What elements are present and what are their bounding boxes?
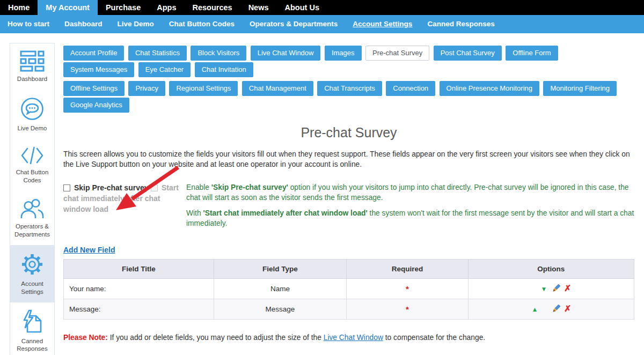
info-paragraph-skip: Enable 'Skip Pre-chat survey' option if … [186,182,634,203]
sidebar-item-label: Operators & Departments [12,223,53,239]
sidebar-item-label: Account Settings [12,280,53,296]
tab-privacy[interactable]: Privacy [128,81,165,96]
sub-nav-canned-responses[interactable]: Canned Responses [420,15,502,33]
info-column: Enable 'Skip Pre-chat survey' option if … [186,182,634,228]
tab-eye-catcher[interactable]: Eye Catcher [138,62,191,77]
tab-block-visitors[interactable]: Block Visitors [191,46,246,61]
table-header-row: Field Title Field Type Required Options [64,260,634,279]
tab-live-chat-window[interactable]: Live Chat Window [251,46,321,61]
top-nav-my-account[interactable]: My Account [38,0,98,15]
main-content: Account Profile Chat Statistics Block Vi… [63,46,634,343]
tab-account-profile[interactable]: Account Profile [63,46,124,61]
operators-icon [12,198,53,219]
move-down-icon[interactable]: ▼ [539,285,548,293]
sidebar: Dashboard Live Demo Chat Button Codes [10,43,55,355]
sidebar-item-label: Dashboard [12,75,53,83]
live-chat-window-link[interactable]: Live Chat Window [324,334,383,342]
tab-monitoring-filtering[interactable]: Monitoring Filtering [543,81,617,96]
sub-nav: How to start Dashboard Live Demo Chat Bu… [0,15,644,33]
table-row: Message: Message * ▲▼ ✗ [64,299,634,320]
top-nav-home[interactable]: Home [0,0,38,15]
settings-tabs-row2: Offline Settings Privacy Regional Settin… [63,81,634,114]
sidebar-item-label: Live Demo [12,124,53,132]
field-title-cell: Message: [64,299,214,320]
tab-chat-transcripts[interactable]: Chat Transcripts [317,81,382,96]
top-nav-about-us[interactable]: About Us [277,0,327,15]
field-title-cell: Your name: [64,279,214,299]
tab-chat-invitation[interactable]: Chat Invitation [195,62,253,77]
lightning-page-icon [12,309,53,334]
tab-pre-chat-survey[interactable]: Pre-chat Survey [365,46,429,61]
page-title: Pre-chat Survey [63,125,634,140]
tab-connection[interactable]: Connection [386,81,435,96]
add-new-field-link[interactable]: Add New Field [63,246,115,254]
tab-offline-settings[interactable]: Offline Settings [63,81,125,96]
page-description: This screen allows you to customize the … [63,149,634,169]
tab-chat-statistics[interactable]: Chat Statistics [128,46,187,61]
sub-nav-account-settings[interactable]: Account Settings [345,15,420,33]
col-header-field-type: Field Type [214,260,347,279]
tab-online-presence-monitoring[interactable]: Online Presence Monitoring [440,81,539,96]
options-cell: ▲▼ ✗ [468,299,634,320]
move-up-icon[interactable]: ▲ [530,306,539,313]
info-paragraph-start: With 'Start chat immediately after chat … [186,208,634,228]
prechat-fields-table: Field Title Field Type Required Options … [63,259,634,320]
required-asterisk: * [406,284,409,293]
code-icon [12,146,53,165]
checkbox-column: Skip Pre-chat survey Start chat immediat… [63,182,186,228]
top-nav-resources[interactable]: Resources [184,0,240,15]
skip-prechat-row: Skip Pre-chat survey [63,183,149,192]
sub-nav-live-demo[interactable]: Live Demo [110,15,162,33]
sidebar-item-operators-departments[interactable]: Operators & Departments [10,191,54,245]
skip-prechat-checkbox[interactable] [63,184,70,191]
tab-chat-management[interactable]: Chat Management [242,81,313,96]
skip-prechat-label: Skip Pre-chat survey [74,183,149,192]
dashboard-icon [12,50,53,72]
tab-google-analytics[interactable]: Google Analytics [63,98,129,113]
gear-icon [12,252,53,277]
sidebar-item-label: Chat Button Codes [12,168,53,184]
sub-nav-dashboard[interactable]: Dashboard [57,15,110,33]
settings-tabs-row1: Account Profile Chat Statistics Block Vi… [63,46,634,79]
tab-post-chat-survey[interactable]: Post Chat Survey [434,46,502,61]
delete-icon[interactable]: ✗ [564,283,572,293]
please-note: Please Note: If you add or delete fields… [63,332,634,343]
tab-images[interactable]: Images [325,46,362,61]
table-row: Your name: Name * ▲▼ ✗ [64,279,634,299]
sub-nav-operators-departments[interactable]: Operators & Departments [242,15,345,33]
col-header-options: Options [468,260,634,279]
edit-pencil-icon[interactable] [551,284,561,294]
live-demo-icon [12,97,53,121]
top-nav-news[interactable]: News [240,0,277,15]
top-nav-purchase[interactable]: Purchase [98,0,149,15]
field-type-cell: Name [214,279,347,299]
sub-nav-chat-button-codes[interactable]: Chat Button Codes [162,15,242,33]
edit-pencil-icon[interactable] [551,305,561,315]
required-cell: * [347,279,468,299]
top-nav: Home My Account Purchase Apps Resources … [0,0,644,15]
tab-offline-form[interactable]: Offline Form [506,46,558,61]
required-asterisk: * [406,305,409,314]
col-header-field-title: Field Title [64,260,214,279]
please-note-label: Please Note: [63,334,108,342]
top-nav-apps[interactable]: Apps [149,0,184,15]
tab-system-messages[interactable]: System Messages [63,62,134,77]
start-chat-checkbox [151,184,158,191]
sidebar-item-label: Canned Responses [12,337,53,353]
sidebar-item-account-settings[interactable]: Account Settings [10,245,54,302]
sub-nav-how-to-start[interactable]: How to start [0,15,57,33]
col-header-required: Required [347,260,468,279]
delete-icon[interactable]: ✗ [564,304,572,314]
sidebar-item-dashboard[interactable]: Dashboard [10,43,54,90]
sidebar-item-chat-button-codes[interactable]: Chat Button Codes [10,139,54,191]
options-cell: ▲▼ ✗ [468,279,634,299]
sidebar-item-live-demo[interactable]: Live Demo [10,90,54,139]
field-type-cell: Message [214,299,347,320]
sidebar-item-canned-responses[interactable]: Canned Responses [10,302,54,355]
tab-regional-settings[interactable]: Regional Settings [169,81,238,96]
required-cell: * [347,299,468,320]
